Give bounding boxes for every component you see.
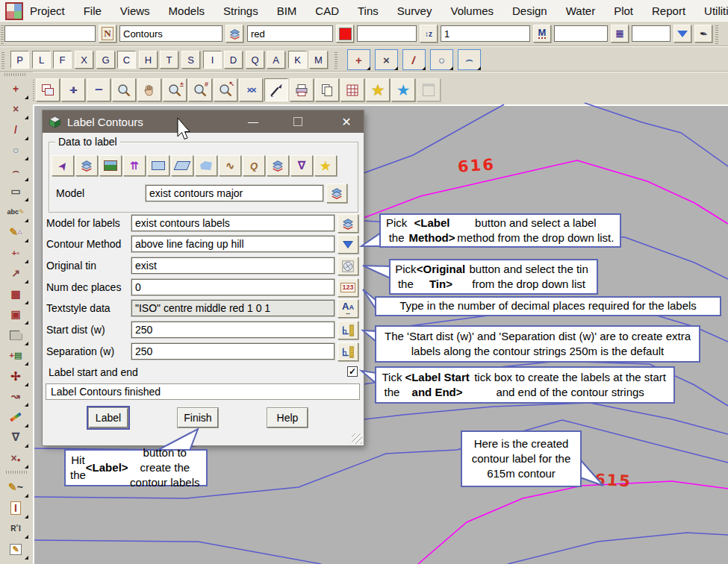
name-toggle-button[interactable]: N bbox=[99, 25, 116, 43]
zoom-button[interactable]: ± bbox=[163, 78, 187, 101]
snap-toggle-T[interactable]: T bbox=[160, 51, 178, 69]
model-chooser-button[interactable] bbox=[326, 184, 347, 203]
layout-button[interactable] bbox=[417, 78, 441, 101]
menu-cad[interactable]: CAD bbox=[315, 4, 339, 17]
new-view-button[interactable] bbox=[36, 78, 60, 101]
finish-button[interactable]: Finish bbox=[178, 408, 218, 427]
menu-design[interactable]: Design bbox=[512, 4, 547, 17]
arc-snap-button[interactable]: ⌢ bbox=[458, 49, 481, 70]
delete-point-button[interactable]: ×● bbox=[4, 448, 28, 468]
menu-project[interactable]: Project bbox=[30, 4, 65, 17]
model-layers-button[interactable] bbox=[75, 155, 98, 176]
snap-toggle-K[interactable]: K bbox=[288, 51, 307, 69]
textstyle-data-input[interactable] bbox=[131, 300, 335, 316]
label-start-end-checkbox[interactable]: ✓ bbox=[347, 366, 358, 377]
textstyle-button[interactable]: AA↔ bbox=[337, 299, 358, 318]
snap-toggle-F[interactable]: F bbox=[53, 51, 72, 69]
maximize-button[interactable] bbox=[285, 110, 311, 133]
menu-water[interactable]: Water bbox=[566, 4, 595, 17]
start-dist-input[interactable] bbox=[131, 322, 335, 338]
snap-toggle-Q[interactable]: Q bbox=[246, 51, 264, 69]
separation-input[interactable] bbox=[131, 343, 335, 360]
favourites-blue-button[interactable]: ★ bbox=[391, 78, 415, 101]
lasso-button[interactable]: Q bbox=[243, 155, 265, 176]
models-grid-button[interactable] bbox=[340, 78, 364, 101]
filter-funnel-button[interactable]: ∇ bbox=[290, 155, 313, 176]
snap-toggle-G[interactable]: G bbox=[96, 51, 115, 69]
height-z-button[interactable]: ↕z bbox=[420, 25, 438, 43]
weight-button[interactable]: M bbox=[533, 25, 551, 43]
pan-button[interactable] bbox=[137, 78, 161, 101]
edit-document-button[interactable]: ✎ bbox=[4, 539, 28, 559]
create-arc-button[interactable]: ⌢ bbox=[4, 161, 28, 181]
menu-file[interactable]: File bbox=[84, 4, 102, 17]
model-input[interactable] bbox=[146, 185, 323, 201]
menu-utilities[interactable]: Utilities bbox=[704, 4, 728, 17]
create-polygon-button[interactable] bbox=[4, 325, 28, 345]
menu-survey[interactable]: Survey bbox=[397, 4, 432, 17]
create-line-button[interactable]: / bbox=[4, 120, 28, 140]
select-arrow-button[interactable]: ➤ bbox=[52, 155, 74, 176]
strings-arrows-button[interactable]: ⇈ bbox=[123, 155, 146, 176]
toolbar-handle[interactable] bbox=[1, 25, 4, 44]
view-rectangle-button[interactable] bbox=[147, 155, 169, 176]
texture-field[interactable] bbox=[632, 25, 671, 42]
window-copy-button[interactable]: ▣ bbox=[4, 304, 28, 324]
model-chooser-button[interactable] bbox=[225, 25, 243, 43]
zoom-centre-button[interactable]: # bbox=[188, 78, 212, 101]
copy-view-button[interactable] bbox=[315, 78, 339, 101]
colour-line-button[interactable] bbox=[4, 407, 28, 427]
grid-button[interactable]: ▦ bbox=[4, 284, 28, 304]
label-button[interactable]: Label bbox=[89, 408, 128, 427]
weight-field[interactable] bbox=[441, 25, 530, 42]
model-for-labels-chooser-button[interactable] bbox=[337, 214, 358, 233]
model-for-labels-input[interactable] bbox=[131, 215, 335, 231]
colour-field[interactable] bbox=[247, 25, 333, 42]
menu-tins[interactable]: Tins bbox=[358, 4, 379, 17]
num-dec-places-input[interactable] bbox=[131, 279, 335, 295]
linestyle-field[interactable] bbox=[554, 25, 608, 42]
snap-toggle-L[interactable]: L bbox=[32, 51, 51, 69]
favourites-yellow-button[interactable]: ★ bbox=[366, 78, 390, 101]
colour-swatch-button[interactable] bbox=[336, 25, 354, 43]
plot-button[interactable] bbox=[290, 78, 314, 101]
toolbar-handle[interactable] bbox=[715, 25, 718, 44]
move-button[interactable]: ✢ bbox=[4, 366, 28, 386]
close-button[interactable]: ✕ bbox=[334, 110, 359, 133]
separation-button[interactable] bbox=[337, 342, 358, 361]
redraw-button[interactable] bbox=[264, 78, 288, 101]
linestyle-button[interactable]: ≣ bbox=[611, 25, 629, 43]
minimize-button[interactable]: — bbox=[240, 110, 266, 133]
create-symbol-button[interactable]: ✎∴ bbox=[4, 222, 28, 242]
intersection-snap-button[interactable]: × bbox=[375, 49, 398, 70]
app-icon[interactable] bbox=[5, 2, 23, 20]
create-point-button[interactable]: + bbox=[4, 79, 28, 98]
insert-image-button[interactable]: +▤ bbox=[4, 345, 28, 365]
snap-toggle-S[interactable]: S bbox=[181, 51, 200, 69]
zoom-pick-button[interactable]: ↖ bbox=[214, 78, 237, 101]
eyedropper-button[interactable]: ✒ bbox=[694, 25, 712, 43]
original-tin-button[interactable] bbox=[337, 257, 358, 275]
text-box-button[interactable]: I bbox=[4, 498, 28, 518]
delete-view-button[interactable]: ×× bbox=[239, 78, 263, 101]
snap-toggle-M[interactable]: M bbox=[309, 51, 328, 69]
toolbar-handle[interactable] bbox=[4, 73, 27, 76]
zoom-in-button[interactable]: + bbox=[61, 78, 85, 101]
models-stack-button[interactable] bbox=[267, 155, 289, 176]
dropdown-button[interactable] bbox=[673, 25, 691, 43]
menu-report[interactable]: Report bbox=[652, 4, 685, 17]
help-button[interactable]: Help bbox=[267, 408, 308, 427]
resize-grip[interactable] bbox=[352, 433, 362, 444]
snap-toggle-A[interactable]: A bbox=[267, 51, 285, 69]
snap-toggle-X[interactable]: X bbox=[75, 51, 93, 69]
translate-button[interactable]: ↝ bbox=[4, 386, 28, 406]
create-circle-button[interactable]: ○ bbox=[4, 140, 28, 160]
segment-snap-button[interactable]: / bbox=[402, 49, 426, 70]
measure-button[interactable]: ↗ bbox=[4, 263, 28, 283]
snap-toggle-I[interactable]: I bbox=[203, 51, 222, 69]
snap-toggle-H[interactable]: H bbox=[139, 51, 158, 69]
menu-plot[interactable]: Plot bbox=[614, 4, 633, 17]
point-snap-button[interactable]: + bbox=[347, 49, 370, 70]
parallelogram-button[interactable] bbox=[171, 155, 193, 176]
favourites-star-button[interactable]: ★ bbox=[314, 155, 337, 176]
